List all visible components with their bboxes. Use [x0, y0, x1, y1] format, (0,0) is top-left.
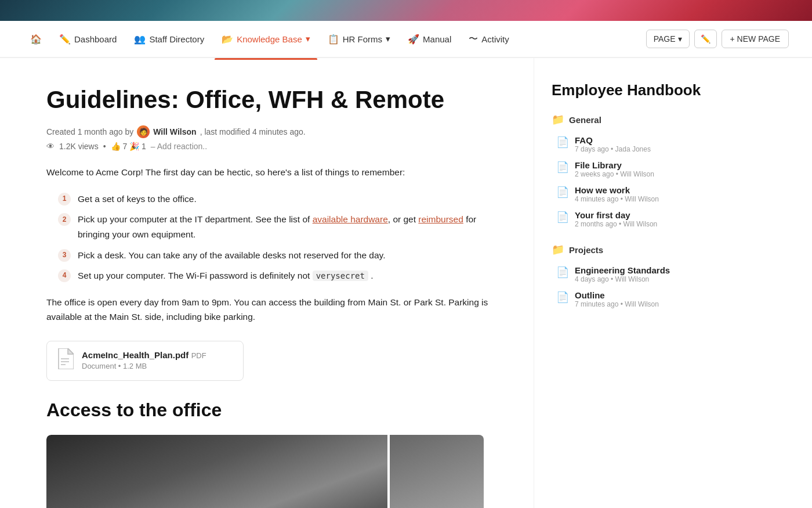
step-2-text: Pick up your computer at the IT departme… — [78, 212, 499, 242]
doc-icon-your-first-day: 📄 — [556, 211, 569, 224]
folder-general-label: General — [569, 115, 601, 125]
sidebar-folder-general: 📁 General 📄 FAQ 7 days ago • Jada Jones … — [552, 113, 713, 232]
photo-strip — [46, 435, 499, 508]
dot-separator: • — [103, 142, 106, 151]
outline-text: Outline 7 minutes ago • Will Wilson — [575, 290, 659, 308]
wifi-password-code: verysecret — [313, 271, 368, 281]
nav-hr-forms[interactable]: 📋 HR Forms ▾ — [321, 29, 397, 49]
folder-general-header[interactable]: 📁 General — [552, 113, 713, 126]
file-attachment[interactable]: AcmeInc_Health_Plan.pdf PDF Document • 1… — [46, 341, 244, 381]
nav-manual-label: Manual — [423, 34, 451, 44]
activity-icon: 〜 — [469, 33, 478, 45]
staff-icon: 👥 — [134, 34, 146, 45]
views-count: 1.2K views — [59, 142, 99, 151]
your-first-day-text: Your first day 2 months ago • Will Wilso… — [575, 210, 657, 228]
your-first-day-meta: 2 months ago • Will Wilson — [575, 220, 657, 228]
step-num-4: 4 — [58, 269, 71, 282]
add-reaction-link[interactable]: – Add reaction.. — [151, 142, 207, 151]
file-library-title: File Library — [575, 160, 654, 170]
your-first-day-title: Your first day — [575, 210, 657, 220]
step-4: 4 Set up your computer. The Wi-Fi passwo… — [58, 268, 499, 283]
nav-staff-label: Staff Directory — [149, 34, 204, 44]
hr-dropdown-icon: ▾ — [386, 34, 390, 44]
how-we-work-text: How we work 4 minutes ago • Will Wilson — [575, 185, 659, 203]
step-3: 3 Pick a desk. You can take any of the a… — [58, 248, 499, 263]
engineering-meta: 4 days ago • Will Wilson — [575, 275, 670, 283]
modified-text: , last modified 4 minutes ago. — [200, 127, 306, 136]
sidebar-item-outline[interactable]: 📄 Outline 7 minutes ago • Will Wilson — [556, 287, 713, 312]
available-hardware-link[interactable]: available hardware — [313, 214, 388, 224]
nav-home[interactable]: 🏠 — [23, 29, 49, 49]
nav-right: PAGE ▾ ✏️ + NEW PAGE — [646, 30, 789, 48]
nav-left: 🏠 ✏️ Dashboard 👥 Staff Directory 📂 Knowl… — [23, 28, 646, 50]
folder-general-icon: 📁 — [552, 113, 564, 126]
faq-text: FAQ 7 days ago • Jada Jones — [575, 135, 651, 153]
sidebar-item-your-first-day[interactable]: 📄 Your first day 2 months ago • Will Wil… — [556, 207, 713, 232]
nav-activity-label: Activity — [481, 34, 509, 44]
sidebar-item-how-we-work[interactable]: 📄 How we work 4 minutes ago • Will Wilso… — [556, 182, 713, 207]
step-1: 1 Get a set of keys to the office. — [58, 192, 499, 207]
steps-list: 1 Get a set of keys to the office. 2 Pic… — [58, 192, 499, 283]
nav-hr-label: HR Forms — [343, 34, 382, 44]
office-hours-text: The office is open every day from 9am to… — [46, 295, 499, 325]
navbar: 🏠 ✏️ Dashboard 👥 Staff Directory 📂 Knowl… — [0, 21, 812, 58]
content-area: Guidelines: Office, WFH & Remote Created… — [0, 58, 534, 508]
intro-text: Welcome to Acme Corp! The first day can … — [46, 165, 499, 180]
manual-icon: 🚀 — [408, 34, 419, 45]
home-icon: 🏠 — [30, 34, 42, 45]
step-num-3: 3 — [58, 249, 71, 262]
nav-knowledge-base[interactable]: 📂 Knowledge Base ▾ — [215, 29, 317, 49]
kb-icon: 📂 — [222, 34, 233, 45]
sidebar-folder-projects: 📁 Projects 📄 Engineering Standards 4 day… — [552, 243, 713, 312]
folder-projects-icon: 📁 — [552, 243, 564, 256]
edit-button[interactable]: ✏️ — [694, 30, 717, 48]
meta-views-line: 👁 1.2K views • 👍 7 🎉 1 – Add reaction.. — [46, 142, 499, 151]
dashboard-icon: ✏️ — [59, 34, 71, 45]
step-num-1: 1 — [58, 193, 71, 206]
nav-dashboard-label: Dashboard — [74, 34, 117, 44]
file-name: AcmeInc_Health_Plan.pdf — [82, 350, 188, 360]
outline-meta: 7 minutes ago • Will Wilson — [575, 300, 659, 308]
doc-icon-file-library: 📄 — [556, 161, 569, 174]
file-info: AcmeInc_Health_Plan.pdf PDF Document • 1… — [82, 350, 234, 371]
author-avatar: 🧑 — [137, 125, 150, 138]
sidebar-item-file-library[interactable]: 📄 File Library 2 weeks ago • Will Wilson — [556, 157, 713, 182]
sidebar: Employee Handbook 📁 General 📄 FAQ 7 days… — [534, 58, 731, 508]
author-name: Will Wilson — [153, 127, 196, 136]
folder-projects-header[interactable]: 📁 Projects — [552, 243, 713, 256]
sidebar-item-faq[interactable]: 📄 FAQ 7 days ago • Jada Jones — [556, 132, 713, 157]
file-icon — [56, 348, 74, 373]
doc-icon-engineering: 📄 — [556, 266, 569, 279]
eye-icon: 👁 — [46, 142, 55, 151]
reimbursed-link[interactable]: reimbursed — [418, 214, 463, 224]
doc-icon-how-we-work: 📄 — [556, 186, 569, 199]
sidebar-title: Employee Handbook — [552, 81, 713, 99]
main-layout: Guidelines: Office, WFH & Remote Created… — [0, 58, 812, 508]
kb-dropdown-icon: ▾ — [306, 34, 310, 44]
nav-kb-label: Knowledge Base — [237, 34, 302, 44]
file-library-text: File Library 2 weeks ago • Will Wilson — [575, 160, 654, 178]
sidebar-item-engineering-standards[interactable]: 📄 Engineering Standards 4 days ago • Wil… — [556, 262, 713, 287]
step-2: 2 Pick up your computer at the IT depart… — [58, 212, 499, 242]
header-banner — [0, 0, 812, 21]
photo-right — [390, 435, 484, 508]
step-3-text: Pick a desk. You can take any of the ava… — [78, 248, 385, 263]
engineering-title: Engineering Standards — [575, 265, 670, 275]
nav-activity[interactable]: 〜 Activity — [462, 28, 516, 50]
page-button[interactable]: PAGE ▾ — [646, 30, 690, 48]
nav-manual[interactable]: 🚀 Manual — [401, 29, 458, 49]
file-library-meta: 2 weeks ago • Will Wilson — [575, 170, 654, 178]
projects-items: 📄 Engineering Standards 4 days ago • Wil… — [556, 262, 713, 312]
step-4-text: Set up your computer. The Wi-Fi password… — [78, 268, 374, 283]
page-dropdown-icon: ▾ — [678, 34, 682, 44]
page-button-label: PAGE — [654, 34, 676, 44]
how-we-work-title: How we work — [575, 185, 659, 195]
how-we-work-meta: 4 minutes ago • Will Wilson — [575, 195, 659, 203]
reactions: 👍 7 🎉 1 — [111, 142, 146, 151]
new-page-button[interactable]: + NEW PAGE — [722, 30, 789, 48]
nav-dashboard[interactable]: ✏️ Dashboard — [52, 29, 124, 49]
new-page-label: + NEW PAGE — [730, 34, 780, 44]
doc-icon-outline: 📄 — [556, 291, 569, 304]
faq-meta: 7 days ago • Jada Jones — [575, 145, 651, 153]
nav-staff-directory[interactable]: 👥 Staff Directory — [127, 29, 211, 49]
